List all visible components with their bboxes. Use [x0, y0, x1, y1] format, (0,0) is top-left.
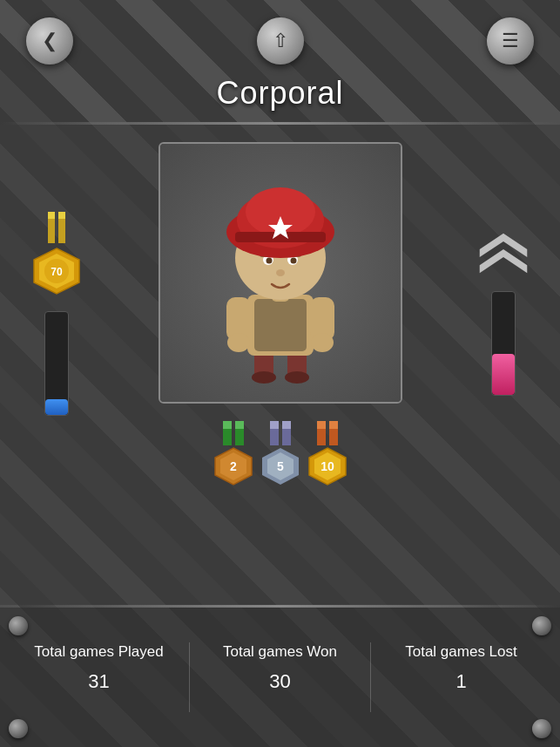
svg-point-18	[311, 333, 334, 352]
screw-top-right	[532, 616, 551, 635]
stat-played: Total games Played 31	[9, 642, 189, 712]
badge-bronze: 2	[214, 447, 253, 486]
svg-text:2: 2	[230, 459, 237, 473]
content-inner: 70	[0, 142, 560, 486]
screw-top-left	[9, 616, 28, 635]
badge-gold-small: 10	[308, 447, 347, 486]
stat-lost: Total games Lost 1	[371, 642, 551, 712]
menu-icon: ☰	[502, 30, 519, 52]
share-button[interactable]: ⇧	[257, 17, 304, 65]
svg-rect-50	[329, 421, 338, 429]
stats-row-labels: Total games Played 31 Total games Won 30…	[0, 642, 560, 712]
back-button[interactable]: ❮	[26, 17, 73, 65]
ribbon-orange	[315, 421, 340, 447]
medal-ribbon-large	[44, 212, 70, 247]
progress-bar-left	[44, 311, 69, 416]
medal-badge-large: 70	[32, 247, 81, 295]
progress-fill-left	[45, 399, 68, 415]
screw-bottom-left	[9, 719, 28, 738]
svg-text:10: 10	[320, 459, 334, 473]
progress-bar-right	[491, 291, 516, 396]
svg-rect-42	[270, 421, 279, 429]
won-value: 30	[269, 670, 290, 693]
chevron-icon	[476, 232, 531, 275]
svg-point-12	[285, 371, 309, 384]
footer: Total games Played 31 Total games Won 30…	[0, 608, 560, 747]
stat-won: Total games Won 30	[190, 642, 370, 712]
svg-point-11	[252, 371, 276, 384]
right-column	[464, 232, 543, 396]
svg-rect-35	[223, 421, 232, 429]
header-buttons: ❮ ⇧ ☰	[0, 17, 560, 65]
header: ❮ ⇧ ☰ Corporal	[0, 0, 560, 122]
left-column: 70	[17, 212, 96, 416]
svg-point-24	[290, 258, 296, 264]
medal-small-1: 2	[214, 421, 253, 486]
ribbon-green	[221, 421, 246, 447]
svg-marker-55	[480, 249, 528, 273]
menu-button[interactable]: ☰	[487, 17, 534, 65]
svg-rect-36	[235, 421, 244, 429]
lost-label: Total games Lost	[405, 642, 517, 662]
large-medal: 70	[32, 212, 81, 295]
lost-value: 1	[455, 670, 466, 693]
character-svg	[185, 155, 376, 390]
svg-point-23	[266, 258, 272, 264]
svg-rect-2	[48, 212, 55, 219]
svg-point-17	[227, 333, 250, 352]
character-frame	[159, 142, 402, 404]
badge-silver: 5	[261, 447, 300, 486]
svg-rect-3	[58, 212, 65, 219]
medal-small-2: 5	[261, 421, 300, 486]
played-value: 31	[88, 670, 109, 693]
svg-rect-14	[254, 299, 307, 351]
svg-rect-43	[282, 421, 291, 429]
medal-small-3: 10	[308, 421, 347, 486]
screw-bottom-right	[532, 719, 551, 738]
svg-text:5: 5	[277, 459, 284, 473]
ribbon-silver	[268, 421, 293, 447]
content-area: 70	[0, 125, 560, 605]
won-label: Total games Won	[223, 642, 337, 662]
share-icon: ⇧	[273, 30, 288, 52]
progress-fill-right	[492, 354, 515, 395]
center-column: 2 5	[96, 142, 464, 486]
rank-insignia	[477, 232, 530, 275]
svg-text:70: 70	[51, 266, 63, 278]
page-title: Corporal	[216, 75, 343, 112]
medals-row: 2 5	[214, 421, 347, 486]
played-label: Total games Played	[34, 642, 163, 662]
svg-rect-49	[317, 421, 326, 429]
svg-point-27	[276, 269, 285, 276]
back-icon: ❮	[42, 30, 57, 52]
